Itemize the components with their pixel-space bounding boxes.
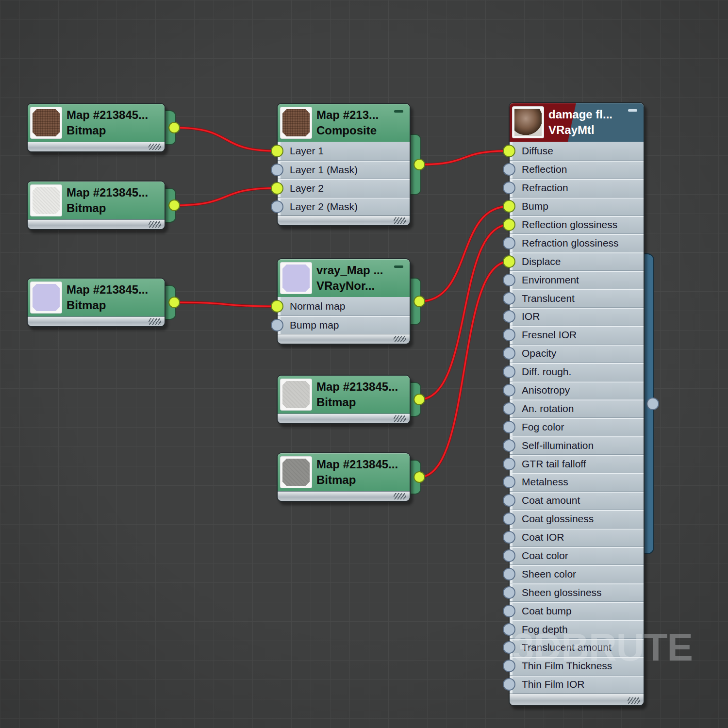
- slot-translucent-amount[interactable]: Translucent amount: [510, 638, 644, 657]
- node-bitmap-4[interactable]: Map #213845... Bitmap: [277, 375, 411, 424]
- slot-layer-1[interactable]: Layer 1: [278, 142, 410, 160]
- resize-grip[interactable]: [394, 415, 406, 422]
- input-port[interactable]: [503, 458, 515, 470]
- input-port[interactable]: [503, 384, 515, 397]
- input-port[interactable]: [503, 182, 515, 194]
- node-composite[interactable]: Map #213... Composite Layer 1 Layer 1 (M…: [277, 103, 411, 226]
- resize-grip[interactable]: [394, 493, 406, 499]
- input-port[interactable]: [503, 163, 515, 176]
- output-port[interactable]: [414, 394, 425, 405]
- slot-refraction-glossiness[interactable]: Refraction glossiness: [510, 233, 644, 252]
- output-port[interactable]: [414, 159, 425, 170]
- slot-coat-glossiness[interactable]: Coat glossiness: [510, 510, 644, 528]
- material-output-port[interactable]: [646, 397, 659, 410]
- slot-an-rotation[interactable]: An. rotation: [510, 399, 644, 417]
- node-vraymtl[interactable]: damage fl... VRayMtl Diffuse Reflection …: [509, 102, 645, 706]
- output-port[interactable]: [414, 471, 425, 483]
- slot-normal-map[interactable]: Normal map: [278, 297, 410, 315]
- slot-opacity[interactable]: Opacity: [510, 344, 644, 363]
- node-thumbnail[interactable]: [31, 282, 62, 313]
- input-port[interactable]: [503, 476, 515, 488]
- node-header[interactable]: Map #213845... Bitmap: [278, 376, 410, 414]
- input-port[interactable]: [503, 439, 515, 452]
- slot-reflection[interactable]: Reflection: [510, 160, 644, 179]
- slot-ior[interactable]: IOR: [510, 307, 644, 326]
- resize-grip[interactable]: [628, 697, 640, 704]
- input-port[interactable]: [503, 421, 515, 433]
- input-port[interactable]: [503, 623, 515, 636]
- node-header[interactable]: vray_Map ... VRayNor...: [278, 259, 410, 297]
- slot-environment[interactable]: Environment: [510, 270, 644, 289]
- node-editor-canvas[interactable]: Map #213845... Bitmap Map #213845... Bit…: [0, 0, 728, 728]
- slot-coat-bump[interactable]: Coat bump: [510, 601, 644, 620]
- slot-translucent[interactable]: Translucent: [510, 289, 644, 307]
- slot-displace[interactable]: Displace: [510, 252, 644, 270]
- slot-fog-depth[interactable]: Fog depth: [510, 620, 644, 638]
- slot-gtr-tail-falloff[interactable]: GTR tail falloff: [510, 454, 644, 473]
- slot-thin-film-thickness[interactable]: Thin Film Thickness: [510, 657, 644, 675]
- input-port[interactable]: [503, 365, 515, 378]
- slot-layer-2[interactable]: Layer 2: [278, 179, 410, 197]
- node-thumbnail[interactable]: [281, 379, 312, 410]
- input-port[interactable]: [271, 200, 283, 213]
- input-port[interactable]: [503, 531, 515, 544]
- slot-anisotropy[interactable]: Anisotropy: [510, 381, 644, 399]
- input-port[interactable]: [503, 605, 515, 617]
- node-thumbnail[interactable]: [513, 107, 544, 138]
- slot-sheen-glossiness[interactable]: Sheen glossiness: [510, 583, 644, 601]
- node-thumbnail[interactable]: [281, 263, 312, 294]
- input-port[interactable]: [503, 402, 515, 415]
- slot-coat-amount[interactable]: Coat amount: [510, 491, 644, 510]
- slot-self-illumination[interactable]: Self-illumination: [510, 436, 644, 454]
- node-bitmap-5[interactable]: Map #213845... Bitmap: [277, 452, 411, 502]
- slot-layer-2-mask[interactable]: Layer 2 (Mask): [278, 197, 410, 215]
- input-port[interactable]: [503, 310, 515, 323]
- node-thumbnail[interactable]: [31, 185, 62, 216]
- resize-grip[interactable]: [149, 318, 161, 325]
- slot-bump[interactable]: Bump: [510, 197, 644, 215]
- node-vraynormal[interactable]: vray_Map ... VRayNor... Normal map Bump …: [277, 258, 411, 345]
- node-bitmap-2[interactable]: Map #213845... Bitmap: [27, 181, 165, 230]
- slot-coat-color[interactable]: Coat color: [510, 546, 644, 565]
- slot-refraction[interactable]: Refraction: [510, 179, 644, 197]
- input-port[interactable]: [503, 513, 515, 525]
- output-port[interactable]: [168, 297, 180, 308]
- input-port[interactable]: [503, 586, 515, 599]
- input-port[interactable]: [503, 678, 515, 691]
- input-port[interactable]: [503, 660, 515, 672]
- minimize-icon[interactable]: [394, 265, 403, 268]
- node-header[interactable]: Map #213845... Bitmap: [278, 453, 410, 491]
- input-port[interactable]: [503, 347, 515, 360]
- node-thumbnail[interactable]: [31, 107, 62, 138]
- minimize-icon[interactable]: [394, 110, 403, 113]
- slot-metalness[interactable]: Metalness: [510, 473, 644, 491]
- slot-coat-ior[interactable]: Coat IOR: [510, 528, 644, 546]
- input-port[interactable]: [271, 145, 283, 157]
- input-port[interactable]: [503, 255, 515, 268]
- slot-thin-film-ior[interactable]: Thin Film IOR: [510, 675, 644, 694]
- output-port[interactable]: [168, 199, 180, 211]
- input-port[interactable]: [503, 200, 515, 213]
- slot-diff-rough[interactable]: Diff. rough.: [510, 363, 644, 381]
- node-header[interactable]: damage fl... VRayMtl: [510, 103, 644, 142]
- input-port[interactable]: [503, 274, 515, 286]
- input-port[interactable]: [503, 568, 515, 580]
- resize-grip[interactable]: [394, 217, 406, 224]
- input-port[interactable]: [271, 319, 283, 331]
- minimize-icon[interactable]: [628, 109, 637, 112]
- node-header[interactable]: Map #213... Composite: [278, 104, 410, 142]
- node-thumbnail[interactable]: [281, 107, 312, 138]
- resize-grip[interactable]: [394, 336, 406, 342]
- node-header[interactable]: Map #213845... Bitmap: [28, 104, 165, 142]
- input-port[interactable]: [503, 218, 515, 231]
- input-port[interactable]: [503, 329, 515, 341]
- output-port[interactable]: [414, 296, 425, 307]
- slot-bump-map[interactable]: Bump map: [278, 315, 410, 334]
- output-port[interactable]: [168, 122, 180, 133]
- node-thumbnail[interactable]: [281, 457, 312, 488]
- slot-fog-color[interactable]: Fog color: [510, 417, 644, 436]
- slot-sheen-color[interactable]: Sheen color: [510, 564, 644, 583]
- input-port[interactable]: [271, 300, 283, 313]
- slot-diffuse[interactable]: Diffuse: [510, 142, 644, 160]
- slot-layer-1-mask[interactable]: Layer 1 (Mask): [278, 160, 410, 179]
